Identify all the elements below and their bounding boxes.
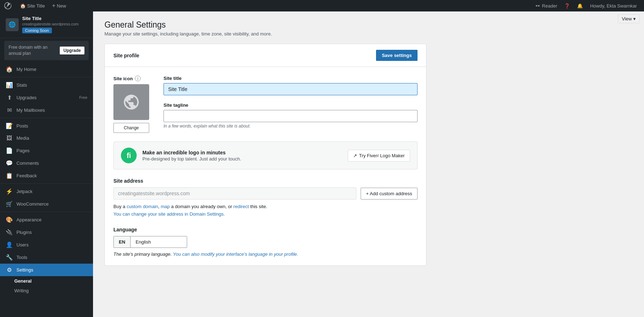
sidebar-item-woocommerce[interactable]: 🛒 WooCommerce: [0, 198, 93, 210]
site-address-row: + Add custom address: [113, 187, 418, 200]
reader-button[interactable]: 👓 Reader: [532, 0, 560, 11]
domain-settings-link[interactable]: You can change your site address in Doma…: [113, 211, 225, 217]
fiverr-logo-icon: fi: [121, 148, 137, 163]
language-selector[interactable]: EN English: [113, 236, 187, 248]
sidebar-label-stats: Stats: [16, 82, 27, 88]
sidebar-label-jetpack: Jetpack: [16, 189, 33, 194]
fiverr-button[interactable]: ↗ Try Fiverr Logo Maker: [348, 150, 410, 162]
globe-icon: [122, 93, 140, 111]
sidebar-label-appearance: Appearance: [16, 217, 42, 222]
site-address-label: Site address: [113, 178, 418, 184]
add-custom-address-button[interactable]: + Add custom address: [361, 188, 418, 200]
wp-logo[interactable]: [4, 2, 11, 9]
sidebar-divider-3: [0, 183, 93, 184]
page-title: General Settings: [104, 20, 633, 30]
sidebar-item-pages[interactable]: 📄 Pages: [0, 144, 93, 157]
site-icon-preview: [113, 84, 149, 120]
sidebar: 🌐 Site Title creatingatestsite.wordpress…: [0, 11, 93, 317]
sidebar-label-woocommerce: WooCommerce: [16, 201, 49, 207]
sidebar-label-posts: Posts: [16, 123, 28, 129]
sub-item-general-label: General: [14, 278, 31, 284]
site-tagline-hint: In a few words, explain what this site i…: [164, 124, 418, 129]
posts-icon: 📝: [6, 123, 13, 129]
fiverr-logo-section: fi Make an incredible logo in minutes Pr…: [113, 141, 418, 169]
sidebar-item-feedback[interactable]: 📋 Feedback: [0, 169, 93, 182]
sidebar-item-tools[interactable]: 🔧 Tools: [0, 251, 93, 264]
site-icon-bar: 🏠: [20, 3, 26, 9]
redirect-link[interactable]: redirect: [233, 204, 249, 209]
sidebar-label-my-home: My Home: [16, 67, 36, 72]
wordpress-icon: [4, 2, 11, 9]
mailboxes-icon: ✉: [6, 107, 13, 114]
site-title-bar[interactable]: 🏠 Site Title: [17, 0, 48, 11]
sidebar-item-jetpack[interactable]: ⚡ Jetpack: [0, 185, 93, 198]
comments-icon: 💬: [6, 160, 13, 167]
chevron-down-icon: ▾: [633, 16, 636, 21]
upgrade-button[interactable]: Upgrade: [60, 47, 84, 54]
language-section: Language EN English The site's primary l…: [113, 227, 418, 257]
external-link-icon: ↗: [353, 153, 357, 158]
site-tagline-field-label: Site tagline: [164, 102, 418, 108]
card-title: Site profile: [113, 53, 139, 58]
sidebar-item-my-home[interactable]: 🏠 My Home: [0, 63, 93, 76]
fiverr-subtitle: Pre-designed by top talent. Just add you…: [142, 156, 342, 162]
site-info[interactable]: 🌐 Site Title creatingatestsite.wordpress…: [0, 11, 93, 38]
site-info-text: Site Title creatingatestsite.wordpress.c…: [22, 16, 79, 33]
settings-card: Site profile Save settings Site icon i: [104, 44, 426, 266]
sidebar-sub-item-writing[interactable]: Writing: [0, 286, 93, 296]
sidebar-site-name: Site Title: [22, 16, 79, 21]
new-button[interactable]: + New: [49, 0, 69, 11]
notifications-button[interactable]: 🔔: [574, 0, 586, 11]
sidebar-item-users[interactable]: 👤 Users: [0, 239, 93, 251]
user-menu[interactable]: Howdy, Ekta Swarnkar: [587, 3, 640, 9]
map-link[interactable]: map: [161, 204, 170, 209]
appearance-icon: 🎨: [6, 216, 13, 223]
users-icon: 👤: [6, 241, 13, 248]
save-settings-button[interactable]: Save settings: [376, 50, 418, 61]
sidebar-label-tools: Tools: [16, 255, 27, 260]
sidebar-item-posts[interactable]: 📝 Posts: [0, 120, 93, 132]
sidebar-item-comments[interactable]: 💬 Comments: [0, 157, 93, 169]
pages-icon: 📄: [6, 147, 13, 154]
site-profile-row: Site icon i Change Site title: [113, 76, 418, 133]
site-title-section: Site title Site tagline In a few words, …: [164, 76, 418, 133]
feedback-icon: 📋: [6, 172, 13, 179]
site-tagline-input[interactable]: [164, 110, 418, 122]
admin-bar: 🏠 Site Title + New 👓 Reader ❓ 🔔 Howdy, E…: [0, 0, 644, 11]
sidebar-divider-4: [0, 212, 93, 212]
change-icon-button[interactable]: Change: [113, 123, 149, 133]
site-title-input[interactable]: [164, 83, 418, 95]
bar-right: 👓 Reader ❓ 🔔 Howdy, Ekta Swarnkar: [532, 0, 640, 11]
custom-domain-link[interactable]: custom domain: [127, 204, 158, 209]
site-address-section: Site address + Add custom address Buy a …: [113, 178, 418, 218]
bar-site-title: Site Title: [27, 3, 45, 9]
card-body: Site icon i Change Site title: [105, 67, 426, 265]
upgrades-badge: Free: [79, 95, 87, 100]
sidebar-label-settings: Settings: [16, 267, 33, 273]
sidebar-item-media[interactable]: 🖼 Media: [0, 132, 93, 144]
sidebar-label-users: Users: [16, 242, 29, 248]
upgrade-text: Free domain with an annual plan: [9, 44, 57, 57]
home-icon: 🏠: [6, 66, 13, 73]
coming-soon-badge[interactable]: Coming Soon: [22, 28, 52, 33]
site-address-input: [113, 187, 356, 200]
site-icon-section: Site icon i Change: [113, 76, 149, 133]
sidebar-item-plugins[interactable]: 🔌 Plugins: [0, 226, 93, 239]
help-button[interactable]: ❓: [561, 0, 573, 11]
stats-icon: 📊: [6, 82, 13, 88]
page-subtitle: Manage your site settings, including lan…: [104, 31, 633, 37]
view-button[interactable]: View ▾: [618, 14, 640, 23]
site-title-field-label: Site title: [164, 76, 418, 81]
sidebar-item-upgrades[interactable]: ⬆ Upgrades Free: [0, 91, 93, 104]
sidebar-item-my-mailboxes[interactable]: ✉ My Mailboxes: [0, 104, 93, 116]
sidebar-sub-item-general[interactable]: General: [0, 276, 93, 286]
site-icon-info-icon[interactable]: i: [135, 76, 141, 81]
sidebar-label-feedback: Feedback: [16, 173, 37, 178]
language-profile-link[interactable]: You can also modify your interface's lan…: [173, 251, 298, 257]
main-content: General Settings Manage your site settin…: [93, 11, 644, 317]
sidebar-item-settings[interactable]: ⚙ Settings: [0, 264, 93, 276]
sidebar-label-upgrades: Upgrades: [16, 95, 36, 100]
sidebar-item-appearance[interactable]: 🎨 Appearance: [0, 213, 93, 226]
fiverr-text: Make an incredible logo in minutes Pre-d…: [142, 150, 342, 162]
sidebar-item-stats[interactable]: 📊 Stats: [0, 79, 93, 91]
